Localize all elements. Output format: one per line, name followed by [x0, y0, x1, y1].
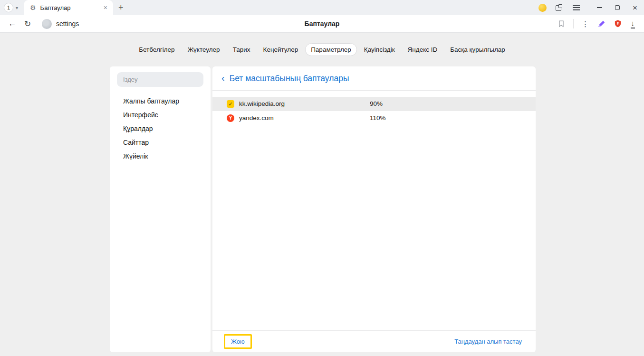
bookmark-icon[interactable] — [557, 20, 565, 28]
delete-button[interactable]: Жою — [224, 334, 252, 349]
minimize-button[interactable] — [597, 7, 602, 8]
row-checkbox[interactable]: ✓ — [227, 100, 234, 108]
panel-header: ‹ Бет масштабының баптаулары — [212, 66, 536, 91]
panel-back-button[interactable]: ‹ — [221, 73, 225, 83]
reload-button[interactable]: ↻ — [20, 19, 35, 29]
tab-title: Баптаулар — [40, 4, 103, 11]
toolbar-divider — [573, 19, 574, 28]
site-name: yandex.com — [239, 114, 274, 122]
zoom-value: 110% — [370, 114, 386, 122]
zoom-settings-panel: ‹ Бет масштабының баптаулары ✓kk.wikiped… — [212, 66, 536, 352]
window-controls: × — [597, 4, 637, 12]
nav-tab[interactable]: Яндекс ID — [402, 43, 443, 56]
more-options-icon[interactable]: ⋮ — [582, 19, 589, 28]
tabbar-right-controls: × — [538, 4, 644, 12]
settings-nav: БетбелгілерЖүктеулерТарихКеңейтулерПарам… — [0, 33, 644, 56]
new-tab-button[interactable]: + — [118, 3, 124, 12]
omnibox-page-title: Баптаулар — [0, 20, 644, 28]
gear-icon: ⚙ — [30, 4, 36, 11]
pen-extension-icon[interactable] — [597, 20, 606, 28]
page-favicon-icon — [42, 19, 52, 29]
close-window-button[interactable]: × — [633, 4, 637, 12]
browser-toolbar: ← ↻ settings Баптаулар ⋮ ↓ — [0, 15, 644, 33]
tab-panel-icon[interactable] — [556, 4, 562, 11]
browser-tab-strip: 1 ▾ ⚙ Баптаулар × + × — [0, 0, 644, 15]
page-title: Бет масштабының баптаулары — [230, 74, 349, 84]
back-button[interactable]: ← — [5, 19, 20, 28]
sidebar-item[interactable]: Құралдар — [110, 122, 211, 135]
site-favicon-icon: Y — [227, 114, 234, 122]
nav-tab[interactable]: Тарих — [227, 43, 256, 56]
sidebar-item[interactable]: Интерфейс — [110, 108, 211, 122]
deselect-link[interactable]: Таңдаудан алып тастау — [454, 338, 522, 345]
zoom-row[interactable]: Yyandex.com110% — [212, 111, 536, 125]
toolbar-right-controls: ⋮ ↓ — [557, 19, 640, 28]
sidebar-item[interactable]: Сайттар — [110, 135, 211, 149]
close-tab-icon[interactable]: × — [103, 4, 108, 11]
sidebar-item[interactable]: Жүйелік — [110, 149, 211, 163]
zoom-value: 90% — [370, 100, 383, 107]
browser-tab[interactable]: ⚙ Баптаулар × — [24, 0, 113, 15]
zoom-row[interactable]: ✓kk.wikipedia.org90% — [212, 97, 536, 111]
sidebar-items: Жалпы баптауларИнтерфейсҚұралдарСайттарЖ… — [110, 94, 211, 163]
search-input[interactable] — [117, 72, 203, 87]
settings-page: БетбелгілерЖүктеулерТарихКеңейтулерПарам… — [0, 33, 644, 356]
nav-tab[interactable]: Қауіпсіздік — [358, 43, 401, 56]
sidebar-item[interactable]: Жалпы баптаулар — [110, 94, 211, 108]
url-text[interactable]: settings — [56, 20, 79, 28]
zoom-rows: ✓kk.wikipedia.org90%Yyandex.com110% — [212, 91, 536, 125]
panel-footer: Жою Таңдаудан алып тастау — [212, 330, 536, 352]
maximize-button[interactable] — [615, 5, 620, 10]
nav-tab[interactable]: Басқа құрылғылар — [444, 43, 511, 56]
browser-window: 1 ▾ ⚙ Баптаулар × + × ← ↻ settings Бапта… — [0, 0, 644, 356]
rewards-icon[interactable] — [538, 4, 547, 12]
site-name: kk.wikipedia.org — [239, 100, 285, 107]
nav-tab[interactable]: Параметрлер — [305, 43, 357, 56]
menu-icon[interactable] — [573, 7, 580, 8]
protect-shield-icon[interactable] — [614, 19, 622, 28]
download-icon[interactable]: ↓ — [630, 19, 636, 28]
tab-counter-button[interactable]: 1 — [4, 3, 13, 12]
settings-sidebar: Жалпы баптауларИнтерфейсҚұралдарСайттарЖ… — [110, 66, 211, 352]
nav-tab[interactable]: Кеңейтулер — [258, 43, 304, 56]
nav-tab[interactable]: Жүктеулер — [182, 43, 226, 56]
chevron-down-icon[interactable]: ▾ — [16, 5, 18, 10]
nav-tab[interactable]: Бетбелгілер — [133, 43, 180, 56]
